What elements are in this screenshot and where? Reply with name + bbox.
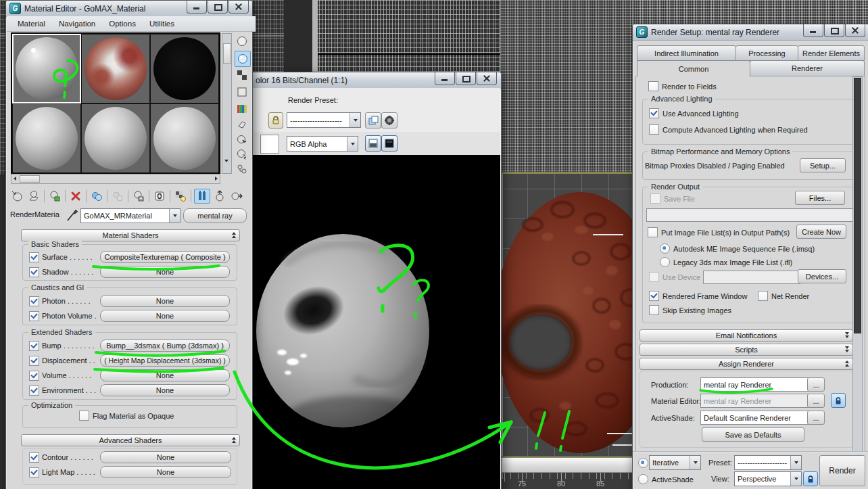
show-end-result-icon[interactable] (194, 189, 210, 204)
select-by-material-button[interactable] (235, 147, 249, 162)
red-donut-object[interactable] (500, 0, 635, 489)
save-as-defaults-button[interactable]: Save as Defaults (702, 427, 804, 442)
chevron-down-icon[interactable] (347, 137, 358, 151)
contour-checkbox[interactable] (29, 452, 39, 463)
preset-dropdown[interactable]: -------------------- (734, 455, 802, 470)
renderer-type-button[interactable]: mental ray (183, 208, 247, 223)
use-advanced-lighting-checkbox[interactable] (649, 108, 659, 118)
get-material-icon[interactable] (9, 189, 24, 203)
scroll-right-icon[interactable] (215, 177, 218, 181)
render-preset-dropdown[interactable]: --------------------- (287, 112, 361, 128)
color-channel-button[interactable] (381, 135, 397, 152)
tab-common[interactable]: Common (637, 60, 750, 77)
shadow-map-button[interactable]: None (100, 266, 230, 278)
photon-volume-map-button[interactable]: None (100, 310, 230, 322)
render-to-fields-checkbox[interactable] (648, 81, 658, 91)
eyedropper-icon[interactable] (66, 208, 79, 223)
clone-rendered-frame-button[interactable] (365, 112, 381, 129)
files-button[interactable]: Files... (795, 191, 845, 205)
time-slider-bar[interactable] (500, 457, 637, 473)
render-canvas[interactable] (253, 155, 500, 489)
make-unique-icon[interactable] (110, 189, 125, 203)
sample-uv-tiling-button[interactable] (235, 85, 249, 99)
render-button[interactable]: Render (819, 455, 865, 486)
go-forward-to-sibling-icon[interactable] (229, 189, 244, 203)
menu-options[interactable]: Options (102, 18, 143, 30)
reset-map-icon[interactable] (68, 189, 83, 203)
scroll-left-icon[interactable] (14, 177, 16, 181)
make-preview-button[interactable] (235, 117, 249, 132)
sample-slot-2[interactable] (81, 34, 150, 103)
render-mode-dropdown[interactable]: Iterative (649, 455, 701, 470)
sample-slot-1-selected[interactable] (12, 34, 81, 103)
material-name-dropdown[interactable]: GoMAX_MRMaterial (80, 208, 180, 223)
material-map-navigator-button[interactable] (235, 162, 249, 177)
render-again-button[interactable] (381, 112, 397, 129)
production-renderer-field[interactable]: mental ray Renderer (700, 377, 809, 392)
displacement-map-button[interactable]: ( Height Map Displacement (3dsmax) ) (100, 354, 230, 367)
close-icon[interactable] (228, 1, 249, 14)
sample-type-button[interactable] (235, 34, 249, 49)
compute-advanced-lighting-checkbox[interactable] (649, 124, 659, 135)
lock-rendering-icon[interactable] (268, 112, 283, 129)
put-to-library-icon[interactable] (131, 189, 146, 203)
shadow-checkbox[interactable] (29, 267, 39, 277)
bump-checkbox[interactable] (29, 341, 39, 351)
sample-slot-3[interactable] (150, 34, 219, 103)
track-bar[interactable]: 75 80 85 (500, 473, 635, 489)
close-icon[interactable] (845, 24, 865, 37)
scroll-thumb[interactable] (223, 43, 231, 64)
show-map-in-viewport-icon[interactable] (173, 189, 188, 203)
volume-checkbox[interactable] (29, 371, 39, 381)
menu-navigation[interactable]: Navigation (52, 18, 102, 30)
activeshade-renderer-field[interactable]: Default Scanline Renderer (700, 411, 809, 425)
light-map-map-button[interactable]: None (100, 466, 231, 478)
lock-renderer-button[interactable] (831, 393, 846, 408)
chevron-down-icon[interactable] (790, 472, 801, 486)
material-editor-browse-button[interactable]: ... (807, 394, 825, 408)
rollout-email-notifications[interactable]: Email Notifications (640, 329, 853, 342)
create-now-button[interactable]: Create Now (796, 225, 846, 239)
bitmap-setup-button[interactable]: Setup... (800, 158, 846, 172)
environment-map-button[interactable]: None (100, 384, 230, 396)
production-browse-button[interactable]: ... (807, 377, 825, 392)
rollout-advanced-shaders[interactable]: Advanced Shaders (21, 434, 240, 446)
view-dropdown[interactable]: Perspective (734, 471, 802, 486)
material-id-channel-icon[interactable] (152, 189, 167, 203)
photon-checkbox[interactable] (29, 296, 39, 306)
video-color-check-button[interactable] (235, 101, 249, 116)
close-icon[interactable] (477, 72, 497, 85)
menu-utilities[interactable]: Utilities (143, 18, 181, 30)
minimize-icon[interactable] (435, 72, 455, 85)
surface-map-button[interactable]: CompositeTexturemap ( Composite ) (100, 251, 230, 263)
use-device-checkbox[interactable] (649, 272, 659, 282)
chevron-down-icon[interactable] (169, 209, 180, 223)
chevron-down-icon[interactable] (349, 113, 360, 127)
flag-opaque-checkbox[interactable] (79, 411, 89, 421)
options-button[interactable] (235, 132, 249, 147)
perspective-viewport[interactable]: 75 80 85 (500, 0, 635, 489)
tab-renderer[interactable]: Renderer (750, 60, 865, 76)
volume-map-button[interactable]: None (100, 369, 230, 381)
rendered-frame-window-checkbox[interactable] (649, 291, 659, 301)
material-editor-renderer-field[interactable]: mental ray Renderer (700, 394, 809, 408)
imsq-radio[interactable] (660, 243, 670, 254)
rollout-assign-renderer[interactable]: Assign Renderer (640, 358, 853, 370)
contour-map-button[interactable]: None (100, 451, 231, 463)
put-image-file-lists-checkbox[interactable] (648, 227, 658, 237)
output-path-field[interactable] (646, 208, 856, 222)
device-field[interactable] (703, 271, 800, 284)
menu-material[interactable]: Material (11, 18, 52, 30)
light-map-checkbox[interactable] (29, 467, 39, 478)
photon-volume-checkbox[interactable] (29, 311, 39, 321)
background-button[interactable] (235, 68, 249, 83)
environment-checkbox[interactable] (29, 386, 39, 396)
ifl-radio[interactable] (660, 257, 670, 267)
tab-processing[interactable]: Processing (736, 45, 798, 61)
clear-color-swatch[interactable] (260, 135, 279, 154)
tab-indirect-illumination[interactable]: Indirect Illumination (637, 45, 736, 61)
slots-vertical-scrollbar[interactable] (222, 33, 232, 174)
iterative-radio[interactable] (638, 458, 648, 468)
panel-scrollbar[interactable] (852, 76, 863, 452)
sample-slot-5[interactable] (81, 103, 150, 173)
